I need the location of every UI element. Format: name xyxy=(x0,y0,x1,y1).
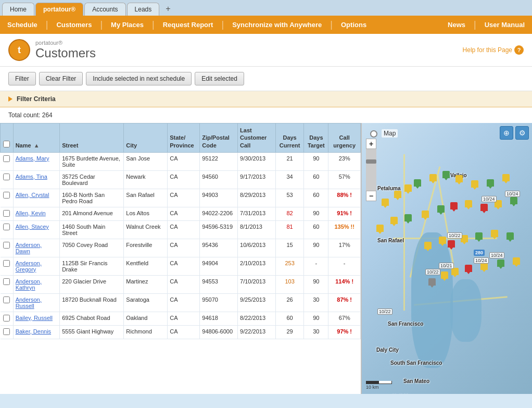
map-pin-9[interactable] xyxy=(487,179,494,187)
zoom-handle[interactable] xyxy=(366,159,376,164)
row-name: Anderson, Dawn xyxy=(13,239,60,257)
filter-button[interactable]: Filter xyxy=(8,72,36,85)
row-checkbox-cell xyxy=(1,170,14,189)
filter-criteria-section[interactable]: Filter Criteria xyxy=(0,91,532,107)
zoom-in-button[interactable]: + xyxy=(366,139,376,149)
map-pin-3[interactable] xyxy=(404,184,412,192)
row-state: CA xyxy=(168,220,200,239)
tab-accounts[interactable]: Accounts xyxy=(84,3,125,16)
map-pin-23[interactable] xyxy=(448,240,455,248)
map-pin-15[interactable] xyxy=(437,205,445,213)
map-water-bay2 xyxy=(450,279,482,342)
row-street: 1125B Sir Francis Drake xyxy=(60,257,124,275)
th-zip[interactable]: Zip/Postal Code xyxy=(200,123,238,153)
row-state: CA xyxy=(168,170,200,189)
tab-add[interactable]: + xyxy=(160,2,175,16)
tab-home[interactable]: Home xyxy=(2,3,34,16)
zoom-out-button[interactable]: − xyxy=(366,191,376,201)
row-checkbox[interactable] xyxy=(3,224,10,230)
row-checkbox[interactable] xyxy=(3,242,10,249)
tab-leads[interactable]: Leads xyxy=(127,3,160,16)
map-pin-12[interactable] xyxy=(390,217,398,224)
nav-usermanual[interactable]: User Manual xyxy=(477,16,532,34)
select-all-checkbox[interactable] xyxy=(3,141,10,147)
map-pin-28[interactable] xyxy=(428,278,436,286)
map-locate-button[interactable]: ⊕ xyxy=(500,126,513,140)
row-street: 18720 Bucknall Road xyxy=(60,293,124,312)
map-pin-26[interactable] xyxy=(491,230,498,237)
map-pin-16[interactable] xyxy=(450,202,458,209)
th-city[interactable]: City xyxy=(124,123,168,153)
map-pin-17[interactable] xyxy=(465,200,472,207)
row-city: Oakland xyxy=(124,312,168,325)
row-city: Saratoga xyxy=(124,293,168,312)
nav-options[interactable]: Options xyxy=(334,16,374,34)
map-pin-1[interactable] xyxy=(382,199,389,206)
edit-selected-button[interactable]: Edit selected xyxy=(195,72,244,85)
map-pin-10[interactable] xyxy=(502,174,510,181)
map-pin-5[interactable] xyxy=(429,174,437,181)
row-checkbox-cell xyxy=(1,257,14,275)
row-street: 5555 Giant Highway xyxy=(60,325,124,339)
row-checkbox[interactable] xyxy=(3,210,10,217)
nav-myplaces[interactable]: My Places xyxy=(104,16,151,34)
row-checkbox[interactable] xyxy=(3,155,10,162)
th-street[interactable]: Street xyxy=(60,123,124,153)
map-pin-31[interactable] xyxy=(465,265,472,272)
row-dayscurrent: 26 xyxy=(275,293,304,312)
map-pin-2[interactable] xyxy=(394,191,401,198)
row-callurgency: 88% ! xyxy=(328,189,361,207)
row-daystarget: - xyxy=(304,257,328,275)
th-dayscurrent[interactable]: Days Current xyxy=(275,123,304,153)
map-pin-33[interactable] xyxy=(497,259,504,267)
clear-filter-button[interactable]: Clear Filter xyxy=(39,72,83,85)
map-pin-7[interactable] xyxy=(455,175,463,182)
map-pin-29[interactable] xyxy=(441,271,448,279)
th-name[interactable]: Name ▲ xyxy=(13,123,60,153)
map-pin-6[interactable] xyxy=(442,171,450,178)
tab-portatour[interactable]: portatour® xyxy=(35,3,83,16)
map-pin-13[interactable] xyxy=(404,214,412,221)
th-state[interactable]: State/Province xyxy=(168,123,200,153)
nav-sync[interactable]: Synchronize with Anywhere xyxy=(225,16,329,34)
row-checkbox[interactable] xyxy=(3,315,10,322)
map-pin-30[interactable] xyxy=(451,268,459,275)
map-pin-14[interactable] xyxy=(422,211,429,218)
row-checkbox-cell xyxy=(1,325,14,339)
row-checkbox[interactable] xyxy=(3,192,10,199)
map-pin-22[interactable] xyxy=(439,237,446,244)
map-radio-btn[interactable] xyxy=(370,130,377,138)
map-pin-18[interactable] xyxy=(480,204,488,211)
row-checkbox[interactable] xyxy=(3,278,10,285)
row-checkbox[interactable] xyxy=(3,296,10,303)
map-pin-34[interactable] xyxy=(513,257,520,265)
map-pin-11[interactable] xyxy=(376,225,384,232)
row-checkbox[interactable] xyxy=(3,260,10,267)
map-pin-32[interactable] xyxy=(480,263,488,270)
th-daystarget[interactable]: Days Target xyxy=(304,123,328,153)
th-checkbox xyxy=(1,123,14,153)
map-pin-25[interactable] xyxy=(475,232,483,240)
th-callurgency[interactable]: Call urgency xyxy=(328,123,361,153)
nav-news[interactable]: News xyxy=(440,16,473,34)
map-pin-4[interactable] xyxy=(414,179,421,187)
help-link[interactable]: Help for this Page ? xyxy=(463,45,524,55)
nav-customers[interactable]: Customers xyxy=(49,16,99,34)
app-name: portatour® xyxy=(35,40,96,46)
nav-requestreport[interactable]: Request Report xyxy=(156,16,221,34)
nav-schedule[interactable]: Schedule xyxy=(0,16,45,34)
include-selected-button[interactable]: Include selected in next schedule xyxy=(86,72,192,85)
th-lastcall[interactable]: Last Customer Call xyxy=(238,123,276,153)
zoom-bar[interactable] xyxy=(366,149,376,191)
row-daystarget: 30 xyxy=(304,293,328,312)
row-checkbox[interactable] xyxy=(3,328,10,335)
map-controls-topright: ⊕ ⚙ xyxy=(500,126,529,140)
map-pin-21[interactable] xyxy=(424,242,432,249)
row-name: Anderson, Russell xyxy=(13,293,60,312)
map-pin-27[interactable] xyxy=(506,232,514,240)
row-checkbox[interactable] xyxy=(3,174,10,180)
map-settings-button[interactable]: ⚙ xyxy=(515,126,529,140)
map-pin-8[interactable] xyxy=(471,180,478,188)
row-checkbox-cell xyxy=(1,312,14,325)
map-pin-20[interactable] xyxy=(510,197,517,204)
